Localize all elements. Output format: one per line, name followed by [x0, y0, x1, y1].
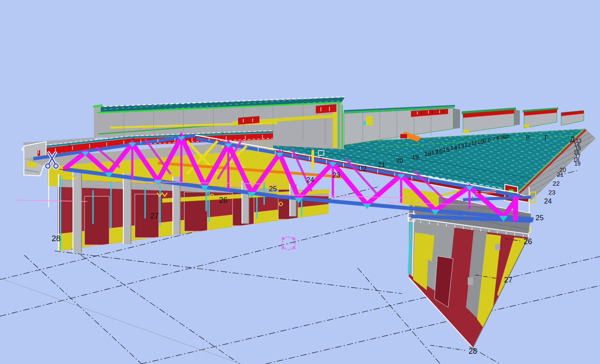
- column: [73, 170, 82, 253]
- cad-3d-viewport[interactable]: 2322212019181716151413121110987654321ВГД…: [0, 0, 600, 364]
- grid-label-letter_series-Г: Г: [545, 134, 548, 142]
- part-mark: 1: [431, 110, 433, 114]
- grid-label-top_series-20: 20: [396, 157, 403, 164]
- grid-label-right_series-24: 24: [544, 198, 552, 205]
- grid-label-letter_series-В: В: [526, 134, 530, 141]
- grid-label-top_series-1: 1: [507, 134, 510, 139]
- grid-label-top_series-21: 21: [378, 161, 385, 168]
- part-mark: 1: [420, 111, 422, 115]
- grid-label-right_series-23: 23: [548, 189, 556, 196]
- grid-label-top_series-6: 6: [496, 135, 499, 141]
- model-view-canvas[interactable]: 2322212019181716151413121110987654321ВГД…: [0, 0, 600, 364]
- part-mark: 1: [179, 134, 181, 137]
- grid-label-right_stack-19: 19: [574, 160, 580, 167]
- grid-label-right_series-27: 27: [504, 276, 513, 284]
- grid-label-right_series-25: 25: [536, 214, 544, 222]
- grid-label-top_series-18: 18: [424, 150, 431, 157]
- grid-label-top_series-15: 15: [443, 146, 450, 153]
- grid-label-top_series-22: 22: [359, 165, 367, 172]
- grid-label-top_series-13: 13: [457, 143, 464, 149]
- grid-label-top_series-7: 7: [492, 136, 495, 142]
- part-mark: 1: [132, 137, 134, 141]
- grid-label-top_series-19: 19: [412, 153, 419, 160]
- part-mark: 1: [282, 148, 284, 152]
- grid-label-left_series-26: 26: [219, 196, 227, 204]
- grid-label-top_series-11: 11: [471, 140, 478, 146]
- grid-label-left_series-24: 24: [306, 176, 314, 183]
- grid-label-top_series-8: 8: [488, 137, 491, 143]
- grid-label-top_series-23: 23: [332, 172, 340, 179]
- grid-label-top_series-9: 9: [483, 137, 486, 144]
- grid-label-right_series-26: 26: [524, 237, 532, 246]
- grid-label-right_series-22: 22: [553, 180, 560, 187]
- grid-label-right_series-28: 28: [469, 347, 477, 355]
- part-mark: 1: [442, 110, 444, 114]
- grid-label-left_series-25: 25: [269, 185, 277, 193]
- grid-label-top_series-12: 12: [464, 141, 471, 148]
- grid-label-right_series-21: 21: [557, 171, 564, 178]
- grid-label-top_series-14: 14: [450, 144, 457, 151]
- part-mark: 1: [68, 143, 70, 147]
- wall-door: [84, 196, 109, 245]
- grid-label-top_series-16: 16: [436, 148, 443, 155]
- grid-label-left_series-27: 27: [150, 212, 159, 220]
- grid-label-left_series-28: 28: [52, 234, 61, 243]
- column: [123, 173, 131, 244]
- part-mark: 1: [320, 155, 322, 159]
- part-mark: 1: [222, 131, 224, 135]
